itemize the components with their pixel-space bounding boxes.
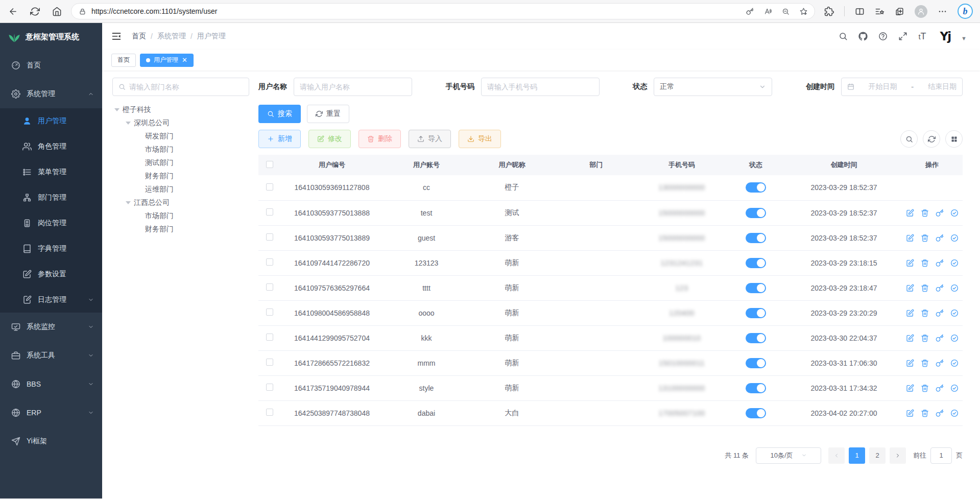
reset-password-key-icon[interactable]	[936, 209, 944, 217]
check-circle-action-icon[interactable]	[950, 284, 959, 292]
add-favorite-icon[interactable]	[800, 8, 807, 15]
page-size-select[interactable]: 10条/页	[756, 447, 821, 464]
check-circle-action-icon[interactable]	[950, 234, 959, 242]
phone-input[interactable]	[481, 78, 600, 96]
tree-node-研发部门[interactable]: 研发部门	[112, 130, 249, 143]
check-circle-action-icon[interactable]	[950, 409, 959, 417]
add-button[interactable]: 新增	[258, 130, 301, 148]
edit-action-icon[interactable]	[906, 334, 914, 342]
sidebar-item-日志管理[interactable]: 日志管理	[0, 287, 102, 313]
user-logo[interactable]: Yj	[940, 30, 951, 43]
table-columns-button[interactable]	[945, 130, 963, 148]
lock-icon[interactable]	[79, 8, 86, 15]
tree-node-深圳总公司[interactable]: 深圳总公司	[112, 116, 249, 130]
tree-node-财务部门[interactable]: 财务部门	[112, 170, 249, 183]
status-toggle[interactable]	[746, 383, 766, 393]
split-screen-icon[interactable]	[855, 7, 865, 16]
url-text[interactable]: https://ccnetcore.com:1101/system/user	[91, 7, 741, 15]
chevron-down-icon[interactable]: ▼	[961, 35, 967, 41]
fullscreen-icon[interactable]	[898, 32, 907, 41]
prev-page-button[interactable]	[828, 447, 845, 464]
select-all-checkbox[interactable]	[266, 161, 273, 168]
delete-action-icon[interactable]	[921, 284, 929, 292]
edit-action-icon[interactable]	[906, 234, 914, 242]
phone-field[interactable]	[487, 83, 593, 91]
sidebar-item-菜单管理[interactable]: 菜单管理	[0, 159, 102, 185]
github-icon[interactable]	[858, 32, 868, 41]
row-checkbox[interactable]	[266, 384, 273, 391]
edit-action-icon[interactable]	[906, 409, 914, 417]
status-toggle[interactable]	[746, 333, 766, 343]
check-circle-action-icon[interactable]	[950, 334, 959, 342]
reset-password-key-icon[interactable]	[936, 359, 944, 367]
profile-avatar[interactable]	[915, 5, 927, 18]
edit-action-icon[interactable]	[906, 359, 914, 367]
sidebar-item-字典管理[interactable]: 字典管理	[0, 236, 102, 262]
search-icon[interactable]	[839, 32, 848, 41]
delete-action-icon[interactable]	[921, 334, 929, 342]
sidebar-item-参数设置[interactable]: 参数设置	[0, 262, 102, 287]
zoom-out-icon[interactable]	[782, 8, 790, 15]
password-key-icon[interactable]	[746, 8, 754, 15]
edit-action-icon[interactable]	[906, 309, 914, 317]
row-checkbox[interactable]	[266, 334, 273, 341]
page-button-1[interactable]: 1	[849, 447, 865, 464]
delete-action-icon[interactable]	[921, 209, 929, 217]
sidebar-item-用户管理[interactable]: 用户管理	[0, 108, 102, 134]
breadcrumb-home[interactable]: 首页	[132, 32, 146, 41]
row-checkbox[interactable]	[266, 233, 273, 241]
font-size-icon[interactable]: tT	[918, 31, 926, 42]
tab-user-management[interactable]: 用户管理 ✕	[140, 54, 194, 67]
row-checkbox[interactable]	[266, 308, 273, 316]
breadcrumb-system[interactable]: 系统管理	[157, 32, 186, 41]
page-button-2[interactable]: 2	[869, 447, 886, 464]
refresh-icon[interactable]	[30, 7, 40, 16]
username-input[interactable]	[294, 78, 412, 96]
status-toggle[interactable]	[746, 283, 766, 293]
status-toggle[interactable]	[746, 308, 766, 318]
sidebar-item-ERP[interactable]: ERP	[0, 398, 102, 427]
row-checkbox[interactable]	[266, 208, 273, 216]
sidebar-item-BBS[interactable]: BBS	[0, 370, 102, 398]
delete-action-icon[interactable]	[921, 384, 929, 392]
export-button[interactable]: 导出	[459, 130, 501, 148]
sidebar-item-系统工具[interactable]: 系统工具	[0, 341, 102, 370]
address-bar[interactable]: https://ccnetcore.com:1101/system/user	[71, 3, 815, 19]
sidebar-item-Yi框架[interactable]: Yi框架	[0, 427, 102, 456]
delete-button[interactable]: 删除	[358, 130, 401, 148]
status-select[interactable]: 正常	[654, 78, 772, 96]
department-search-input[interactable]	[112, 78, 249, 96]
tree-node-运维部门[interactable]: 运维部门	[112, 183, 249, 196]
username-field[interactable]	[300, 83, 406, 91]
delete-action-icon[interactable]	[921, 234, 929, 242]
check-circle-action-icon[interactable]	[950, 209, 959, 217]
edit-action-icon[interactable]	[906, 209, 914, 217]
status-toggle[interactable]	[746, 182, 766, 193]
bing-chat-icon[interactable]: b	[958, 4, 973, 19]
sidebar-item-部门管理[interactable]: 部门管理	[0, 185, 102, 210]
tree-node-橙子科技[interactable]: 橙子科技	[112, 103, 249, 116]
status-toggle[interactable]	[746, 408, 766, 418]
tree-caret-icon[interactable]	[126, 201, 131, 207]
sidebar-item-角色管理[interactable]: 角色管理	[0, 134, 102, 159]
edit-action-icon[interactable]	[906, 259, 914, 267]
tree-caret-icon[interactable]	[126, 122, 131, 127]
tree-caret-icon[interactable]	[114, 108, 119, 114]
extensions-icon[interactable]	[824, 7, 834, 16]
status-toggle[interactable]	[746, 358, 766, 368]
read-aloud-icon[interactable]	[764, 8, 772, 15]
reset-password-key-icon[interactable]	[936, 384, 944, 392]
tree-node-江西总公司[interactable]: 江西总公司	[112, 196, 249, 209]
favorites-bar-icon[interactable]	[875, 7, 885, 16]
row-checkbox[interactable]	[266, 409, 273, 416]
help-icon[interactable]	[878, 32, 888, 41]
check-circle-action-icon[interactable]	[950, 384, 959, 392]
back-icon[interactable]	[8, 7, 18, 16]
check-circle-action-icon[interactable]	[950, 309, 959, 317]
table-refresh-button[interactable]	[923, 130, 940, 148]
tab-home[interactable]: 首页	[111, 54, 136, 67]
reset-password-key-icon[interactable]	[936, 284, 944, 292]
delete-action-icon[interactable]	[921, 309, 929, 317]
reset-password-key-icon[interactable]	[936, 409, 944, 417]
tree-node-测试部门[interactable]: 测试部门	[112, 156, 249, 170]
